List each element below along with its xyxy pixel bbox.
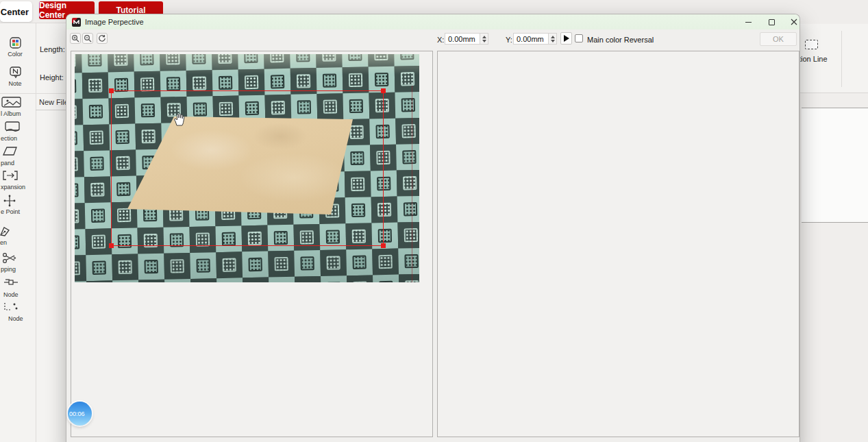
zoom-out-button[interactable]: [82, 33, 93, 44]
node-dots-icon: [3, 301, 19, 312]
rail-item-expansion[interactable]: xpansion: [0, 169, 36, 194]
close-icon: [791, 19, 797, 25]
snipping-icon: [1, 251, 17, 265]
sidebar-divider: [0, 93, 66, 94]
camera-image[interactable]: [75, 54, 419, 282]
selection-handle-top-right[interactable]: [381, 88, 386, 93]
rail-item-selection[interactable]: ection: [0, 121, 36, 145]
zoom-in-icon: [71, 34, 79, 42]
point-icon: [2, 194, 17, 208]
note-icon: [9, 66, 22, 79]
new-file-tab[interactable]: New File: [39, 98, 69, 106]
maximize-icon: [769, 19, 775, 25]
minimize-button[interactable]: [741, 16, 756, 28]
expand-icon: [2, 145, 18, 157]
node-line-icon: [3, 277, 19, 287]
y-spinner[interactable]: [549, 33, 557, 45]
x-spinner[interactable]: [480, 33, 488, 45]
spin-up-icon: [482, 36, 486, 38]
rail-divider: [36, 23, 36, 442]
recording-timer-badge[interactable]: 00:06: [68, 402, 92, 426]
play-icon: [564, 35, 569, 42]
ok-button[interactable]: OK: [760, 32, 797, 46]
refresh-icon: [98, 34, 106, 42]
rail-item-expand[interactable]: pand: [0, 145, 36, 170]
app-logo-icon: [72, 18, 81, 27]
rail-item-note[interactable]: Note: [0, 66, 36, 90]
x-label: X:: [437, 36, 444, 44]
main-color-reversal-checkbox[interactable]: [575, 34, 583, 42]
selection-handle-top-left[interactable]: [109, 88, 114, 93]
right-toolbar-item-label: tion Line: [799, 55, 828, 63]
result-preview-panel: [437, 51, 799, 437]
spin-up-icon: [551, 36, 555, 38]
camera-preview-panel: [71, 51, 433, 437]
selection-handle-bottom-right[interactable]: [381, 243, 386, 248]
album-icon: [1, 96, 22, 109]
hand-cursor: [172, 112, 186, 127]
pen-icon: [0, 225, 13, 238]
play-button[interactable]: [560, 32, 572, 45]
spin-down-icon: [482, 40, 486, 42]
x-input[interactable]: 0.00mm: [445, 33, 480, 45]
rail-item-color[interactable]: Color: [0, 36, 36, 61]
dialog-titlebar[interactable]: Image Perpective: [66, 14, 799, 29]
selection-rectangle[interactable]: [111, 90, 384, 246]
toolbar-section-divider: [841, 31, 842, 87]
timer-text: 00:06: [69, 410, 85, 417]
expansion-icon: [1, 169, 19, 182]
right-side-panel: [802, 108, 868, 223]
rail-item-point[interactable]: e Point: [0, 194, 36, 219]
file-tab-underline: [36, 110, 66, 110]
zoom-out-icon: [84, 34, 92, 42]
spin-down-icon: [551, 40, 555, 42]
image-perspective-dialog: Image Perpective X: 0.00mm Y: 0.00mm Mai…: [66, 14, 800, 442]
rail-item-delete-node[interactable]: Node: [0, 301, 36, 326]
selection-handle-bottom-left[interactable]: [109, 243, 114, 248]
tab-center[interactable]: Center: [0, 1, 32, 22]
color-icon: [9, 36, 22, 49]
y-input[interactable]: 0.00mm: [513, 33, 549, 45]
tab-center-label: Center: [1, 7, 29, 17]
rail-item-pen[interactable]: Pen: [0, 225, 36, 249]
rail-item-album[interactable]: l Album: [0, 96, 36, 121]
close-button[interactable]: [786, 16, 802, 28]
main-color-reversal-label: Main color Reversal: [587, 36, 654, 44]
maximize-button[interactable]: [764, 16, 779, 28]
rail-item-snipping[interactable]: pping: [0, 251, 36, 276]
length-label: Length:: [40, 45, 65, 53]
y-label: Y:: [506, 36, 512, 44]
selection-icon: [4, 121, 21, 134]
height-label: Height:: [40, 73, 64, 82]
dialog-title: Image Perpective: [85, 18, 144, 26]
red-guide-line: [412, 86, 412, 282]
zoom-in-button[interactable]: [70, 33, 81, 44]
minimize-icon: [745, 22, 752, 23]
dashed-rect-icon[interactable]: [805, 40, 818, 49]
rail-item-add-node[interactable]: Node: [0, 277, 36, 302]
refresh-button[interactable]: [97, 33, 108, 44]
